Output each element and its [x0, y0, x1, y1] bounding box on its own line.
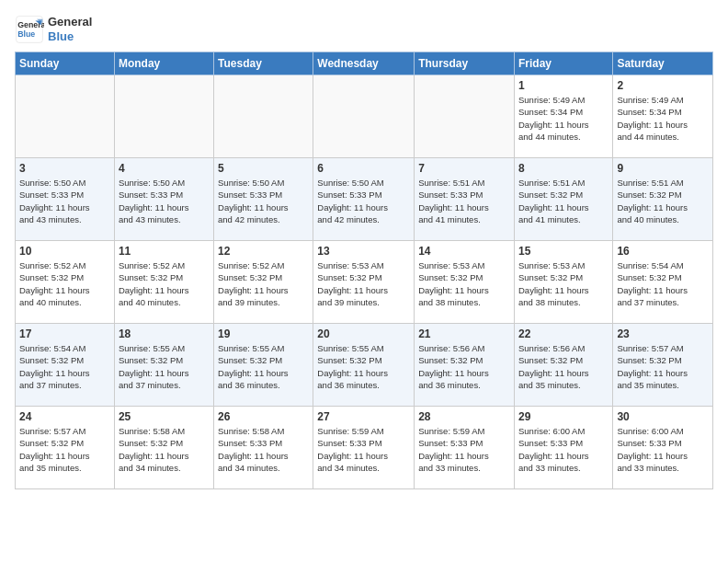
day-number: 27 [317, 410, 410, 423]
day-number: 2 [617, 79, 709, 92]
calendar-week-row: 3Sunrise: 5:50 AM Sunset: 5:33 PM Daylig… [16, 158, 713, 241]
calendar-cell: 20Sunrise: 5:55 AM Sunset: 5:32 PM Dayli… [313, 324, 415, 407]
day-number: 16 [617, 245, 709, 258]
day-number: 20 [317, 327, 410, 340]
day-info: Sunrise: 5:57 AM Sunset: 5:32 PM Dayligh… [19, 425, 110, 474]
calendar-cell [415, 75, 515, 158]
day-info: Sunrise: 5:52 AM Sunset: 5:32 PM Dayligh… [119, 259, 210, 308]
day-number: 30 [617, 410, 709, 423]
calendar-cell: 7Sunrise: 5:51 AM Sunset: 5:33 PM Daylig… [415, 158, 515, 241]
day-number: 19 [218, 327, 309, 340]
calendar-cell [313, 75, 415, 158]
day-info: Sunrise: 5:49 AM Sunset: 5:34 PM Dayligh… [617, 94, 709, 143]
day-info: Sunrise: 5:58 AM Sunset: 5:33 PM Dayligh… [218, 425, 309, 474]
svg-text:Blue: Blue [17, 29, 35, 39]
day-number: 5 [218, 162, 309, 175]
day-info: Sunrise: 5:51 AM Sunset: 5:32 PM Dayligh… [518, 177, 609, 225]
logo: General Blue General Blue [15, 15, 92, 44]
day-number: 23 [617, 327, 709, 340]
weekday-header: Wednesday [313, 52, 415, 75]
calendar-cell: 21Sunrise: 5:56 AM Sunset: 5:32 PM Dayli… [415, 324, 515, 407]
calendar-cell: 23Sunrise: 5:57 AM Sunset: 5:32 PM Dayli… [613, 324, 713, 407]
day-number: 10 [19, 245, 110, 258]
day-info: Sunrise: 5:55 AM Sunset: 5:32 PM Dayligh… [317, 342, 410, 391]
calendar-cell: 8Sunrise: 5:51 AM Sunset: 5:32 PM Daylig… [514, 158, 612, 241]
weekday-header: Thursday [415, 52, 515, 75]
day-info: Sunrise: 5:53 AM Sunset: 5:32 PM Dayligh… [418, 259, 510, 308]
weekday-header: Tuesday [214, 52, 313, 75]
calendar-table: SundayMondayTuesdayWednesdayThursdayFrid… [15, 52, 713, 489]
calendar-cell: 5Sunrise: 5:50 AM Sunset: 5:33 PM Daylig… [214, 158, 313, 241]
day-number: 18 [119, 327, 210, 340]
calendar-cell [214, 75, 313, 158]
day-info: Sunrise: 5:59 AM Sunset: 5:33 PM Dayligh… [317, 425, 410, 474]
day-info: Sunrise: 5:55 AM Sunset: 5:32 PM Dayligh… [119, 342, 210, 391]
weekday-header: Saturday [613, 52, 713, 75]
day-number: 15 [518, 245, 609, 258]
calendar-cell: 6Sunrise: 5:50 AM Sunset: 5:33 PM Daylig… [313, 158, 415, 241]
logo-icon: General Blue [15, 15, 44, 44]
day-info: Sunrise: 5:54 AM Sunset: 5:32 PM Dayligh… [19, 342, 110, 391]
day-number: 28 [418, 410, 510, 423]
day-number: 9 [617, 162, 709, 175]
calendar-week-row: 17Sunrise: 5:54 AM Sunset: 5:32 PM Dayli… [16, 324, 713, 407]
day-number: 11 [119, 245, 210, 258]
day-info: Sunrise: 5:58 AM Sunset: 5:32 PM Dayligh… [119, 425, 210, 474]
day-number: 8 [518, 162, 609, 175]
day-info: Sunrise: 5:51 AM Sunset: 5:32 PM Dayligh… [617, 177, 709, 225]
calendar-cell: 3Sunrise: 5:50 AM Sunset: 5:33 PM Daylig… [16, 158, 115, 241]
day-number: 6 [317, 162, 410, 175]
calendar-week-row: 24Sunrise: 5:57 AM Sunset: 5:32 PM Dayli… [16, 407, 713, 489]
day-info: Sunrise: 5:50 AM Sunset: 5:33 PM Dayligh… [218, 177, 309, 225]
calendar-header-row: SundayMondayTuesdayWednesdayThursdayFrid… [16, 52, 713, 75]
calendar-cell: 27Sunrise: 5:59 AM Sunset: 5:33 PM Dayli… [313, 407, 415, 489]
calendar-cell: 2Sunrise: 5:49 AM Sunset: 5:34 PM Daylig… [613, 75, 713, 158]
day-number: 14 [418, 245, 510, 258]
day-number: 21 [418, 327, 510, 340]
day-number: 22 [518, 327, 609, 340]
calendar-cell [114, 75, 213, 158]
calendar-week-row: 1Sunrise: 5:49 AM Sunset: 5:34 PM Daylig… [16, 75, 713, 158]
day-number: 26 [218, 410, 309, 423]
calendar-cell: 26Sunrise: 5:58 AM Sunset: 5:33 PM Dayli… [214, 407, 313, 489]
calendar-cell: 4Sunrise: 5:50 AM Sunset: 5:33 PM Daylig… [114, 158, 213, 241]
day-info: Sunrise: 5:52 AM Sunset: 5:32 PM Dayligh… [218, 259, 309, 308]
calendar-cell: 30Sunrise: 6:00 AM Sunset: 5:33 PM Dayli… [613, 407, 713, 489]
day-info: Sunrise: 5:56 AM Sunset: 5:32 PM Dayligh… [418, 342, 510, 391]
day-info: Sunrise: 6:00 AM Sunset: 5:33 PM Dayligh… [518, 425, 609, 474]
calendar-cell: 25Sunrise: 5:58 AM Sunset: 5:32 PM Dayli… [114, 407, 213, 489]
day-info: Sunrise: 5:49 AM Sunset: 5:34 PM Dayligh… [518, 94, 609, 143]
weekday-header: Friday [514, 52, 612, 75]
calendar-cell: 10Sunrise: 5:52 AM Sunset: 5:32 PM Dayli… [16, 241, 115, 324]
calendar-cell: 29Sunrise: 6:00 AM Sunset: 5:33 PM Dayli… [514, 407, 612, 489]
weekday-header: Sunday [16, 52, 115, 75]
day-number: 1 [518, 79, 609, 92]
calendar-cell: 9Sunrise: 5:51 AM Sunset: 5:32 PM Daylig… [613, 158, 713, 241]
calendar-cell: 11Sunrise: 5:52 AM Sunset: 5:32 PM Dayli… [114, 241, 213, 324]
calendar-cell: 17Sunrise: 5:54 AM Sunset: 5:32 PM Dayli… [16, 324, 115, 407]
day-info: Sunrise: 5:50 AM Sunset: 5:33 PM Dayligh… [19, 177, 110, 225]
day-number: 17 [19, 327, 110, 340]
day-number: 4 [119, 162, 210, 175]
day-number: 24 [19, 410, 110, 423]
calendar-cell: 19Sunrise: 5:55 AM Sunset: 5:32 PM Dayli… [214, 324, 313, 407]
calendar-cell: 13Sunrise: 5:53 AM Sunset: 5:32 PM Dayli… [313, 241, 415, 324]
day-info: Sunrise: 5:59 AM Sunset: 5:33 PM Dayligh… [418, 425, 510, 474]
day-info: Sunrise: 5:53 AM Sunset: 5:32 PM Dayligh… [518, 259, 609, 308]
day-info: Sunrise: 5:51 AM Sunset: 5:33 PM Dayligh… [418, 177, 510, 225]
calendar-cell: 24Sunrise: 5:57 AM Sunset: 5:32 PM Dayli… [16, 407, 115, 489]
day-info: Sunrise: 5:50 AM Sunset: 5:33 PM Dayligh… [119, 177, 210, 225]
calendar-cell: 15Sunrise: 5:53 AM Sunset: 5:32 PM Dayli… [514, 241, 612, 324]
day-number: 13 [317, 245, 410, 258]
calendar-week-row: 10Sunrise: 5:52 AM Sunset: 5:32 PM Dayli… [16, 241, 713, 324]
day-number: 12 [218, 245, 309, 258]
calendar-cell: 28Sunrise: 5:59 AM Sunset: 5:33 PM Dayli… [415, 407, 515, 489]
calendar-cell: 16Sunrise: 5:54 AM Sunset: 5:32 PM Dayli… [613, 241, 713, 324]
day-info: Sunrise: 5:54 AM Sunset: 5:32 PM Dayligh… [617, 259, 709, 308]
day-info: Sunrise: 5:55 AM Sunset: 5:32 PM Dayligh… [218, 342, 309, 391]
day-number: 29 [518, 410, 609, 423]
day-info: Sunrise: 5:50 AM Sunset: 5:33 PM Dayligh… [317, 177, 410, 225]
calendar-cell: 1Sunrise: 5:49 AM Sunset: 5:34 PM Daylig… [514, 75, 612, 158]
calendar-cell: 12Sunrise: 5:52 AM Sunset: 5:32 PM Dayli… [214, 241, 313, 324]
day-number: 7 [418, 162, 510, 175]
